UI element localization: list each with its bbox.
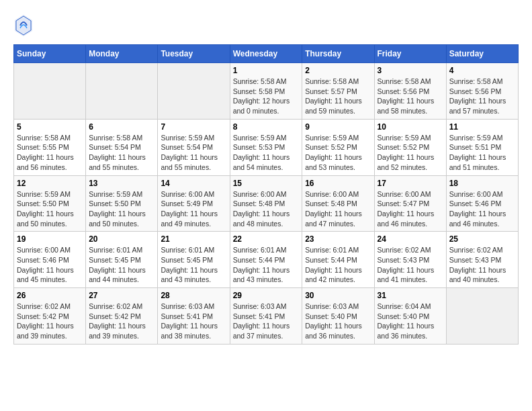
calendar-cell: 19Sunrise: 6:00 AM Sunset: 5:46 PM Dayli… (14, 232, 86, 288)
day-info: Sunrise: 6:01 AM Sunset: 5:44 PM Dayligh… (233, 245, 300, 285)
day-number: 7 (161, 122, 226, 132)
calendar-header-row: SundayMondayTuesdayWednesdayThursdayFrid… (14, 45, 519, 63)
calendar-cell: 24Sunrise: 6:02 AM Sunset: 5:43 PM Dayli… (374, 232, 446, 288)
calendar-cell: 26Sunrise: 6:02 AM Sunset: 5:42 PM Dayli… (14, 288, 86, 345)
calendar-cell: 4Sunrise: 5:58 AM Sunset: 5:56 PM Daylig… (446, 63, 518, 120)
logo (13, 13, 36, 38)
day-info: Sunrise: 5:58 AM Sunset: 5:56 PM Dayligh… (449, 77, 515, 116)
day-info: Sunrise: 5:58 AM Sunset: 5:56 PM Dayligh… (378, 77, 443, 116)
calendar-week-1: 1Sunrise: 5:58 AM Sunset: 5:58 PM Daylig… (14, 63, 519, 120)
day-info: Sunrise: 5:58 AM Sunset: 5:55 PM Dayligh… (17, 133, 83, 173)
day-header-tuesday: Tuesday (158, 45, 230, 63)
day-info: Sunrise: 5:58 AM Sunset: 5:57 PM Dayligh… (305, 77, 371, 116)
page-header (13, 13, 519, 38)
calendar-cell: 11Sunrise: 5:59 AM Sunset: 5:51 PM Dayli… (446, 119, 518, 175)
calendar-cell: 6Sunrise: 5:58 AM Sunset: 5:54 PM Daylig… (86, 119, 158, 175)
day-number: 17 (378, 179, 443, 188)
day-number: 6 (89, 122, 154, 132)
day-info: Sunrise: 5:59 AM Sunset: 5:52 PM Dayligh… (305, 133, 371, 173)
day-info: Sunrise: 5:59 AM Sunset: 5:54 PM Dayligh… (161, 133, 226, 173)
calendar-week-3: 12Sunrise: 5:59 AM Sunset: 5:50 PM Dayli… (14, 175, 519, 232)
day-number: 2 (305, 66, 371, 75)
day-number: 30 (305, 291, 371, 300)
calendar-cell: 22Sunrise: 6:01 AM Sunset: 5:44 PM Dayli… (230, 232, 302, 288)
day-number: 20 (89, 234, 154, 244)
calendar-week-4: 19Sunrise: 6:00 AM Sunset: 5:46 PM Dayli… (14, 232, 519, 288)
calendar-cell: 14Sunrise: 6:00 AM Sunset: 5:49 PM Dayli… (158, 175, 230, 232)
calendar-cell: 16Sunrise: 6:00 AM Sunset: 5:48 PM Dayli… (302, 175, 374, 232)
calendar-cell: 9Sunrise: 5:59 AM Sunset: 5:52 PM Daylig… (302, 119, 374, 175)
calendar-cell: 23Sunrise: 6:01 AM Sunset: 5:44 PM Dayli… (302, 232, 374, 288)
calendar-cell: 10Sunrise: 5:59 AM Sunset: 5:52 PM Dayli… (374, 119, 446, 175)
day-header-saturday: Saturday (446, 45, 518, 63)
calendar-cell: 12Sunrise: 5:59 AM Sunset: 5:50 PM Dayli… (14, 175, 86, 232)
calendar-cell: 15Sunrise: 6:00 AM Sunset: 5:48 PM Dayli… (230, 175, 302, 232)
day-number: 11 (449, 122, 515, 132)
day-info: Sunrise: 5:59 AM Sunset: 5:50 PM Dayligh… (89, 189, 154, 229)
day-info: Sunrise: 6:02 AM Sunset: 5:42 PM Dayligh… (17, 302, 83, 341)
calendar-cell: 18Sunrise: 6:00 AM Sunset: 5:46 PM Dayli… (446, 175, 518, 232)
day-header-sunday: Sunday (14, 45, 86, 63)
day-number: 8 (233, 122, 300, 132)
day-info: Sunrise: 5:59 AM Sunset: 5:53 PM Dayligh… (233, 133, 300, 173)
day-info: Sunrise: 5:59 AM Sunset: 5:51 PM Dayligh… (449, 133, 515, 173)
calendar-cell: 13Sunrise: 5:59 AM Sunset: 5:50 PM Dayli… (86, 175, 158, 232)
logo-icon (13, 13, 34, 38)
calendar-cell: 29Sunrise: 6:03 AM Sunset: 5:41 PM Dayli… (230, 288, 302, 345)
calendar-cell (86, 63, 158, 120)
calendar-cell: 30Sunrise: 6:03 AM Sunset: 5:40 PM Dayli… (302, 288, 374, 345)
day-number: 26 (17, 291, 83, 300)
day-info: Sunrise: 6:00 AM Sunset: 5:49 PM Dayligh… (161, 189, 226, 229)
calendar-cell: 3Sunrise: 5:58 AM Sunset: 5:56 PM Daylig… (374, 63, 446, 120)
day-info: Sunrise: 6:00 AM Sunset: 5:48 PM Dayligh… (233, 189, 300, 229)
day-number: 22 (233, 234, 300, 244)
calendar-cell: 2Sunrise: 5:58 AM Sunset: 5:57 PM Daylig… (302, 63, 374, 120)
day-info: Sunrise: 6:01 AM Sunset: 5:44 PM Dayligh… (305, 245, 371, 285)
day-number: 4 (449, 66, 515, 75)
calendar-cell (158, 63, 230, 120)
day-number: 1 (233, 66, 300, 75)
day-number: 13 (89, 179, 154, 188)
day-number: 27 (89, 291, 154, 300)
calendar-cell: 1Sunrise: 5:58 AM Sunset: 5:58 PM Daylig… (230, 63, 302, 120)
svg-marker-0 (15, 15, 32, 36)
day-info: Sunrise: 5:58 AM Sunset: 5:58 PM Dayligh… (233, 77, 300, 116)
day-info: Sunrise: 5:58 AM Sunset: 5:54 PM Dayligh… (89, 133, 154, 173)
day-info: Sunrise: 6:01 AM Sunset: 5:45 PM Dayligh… (89, 245, 154, 285)
day-header-wednesday: Wednesday (230, 45, 302, 63)
calendar-table: SundayMondayTuesdayWednesdayThursdayFrid… (13, 44, 519, 345)
day-number: 16 (305, 179, 371, 188)
day-info: Sunrise: 6:02 AM Sunset: 5:43 PM Dayligh… (449, 245, 515, 285)
day-info: Sunrise: 6:03 AM Sunset: 5:40 PM Dayligh… (305, 302, 371, 341)
day-number: 28 (161, 291, 226, 300)
day-info: Sunrise: 6:00 AM Sunset: 5:48 PM Dayligh… (305, 189, 371, 229)
calendar-week-5: 26Sunrise: 6:02 AM Sunset: 5:42 PM Dayli… (14, 288, 519, 345)
calendar-cell: 28Sunrise: 6:03 AM Sunset: 5:41 PM Dayli… (158, 288, 230, 345)
day-number: 12 (17, 179, 83, 188)
calendar-cell: 5Sunrise: 5:58 AM Sunset: 5:55 PM Daylig… (14, 119, 86, 175)
calendar-cell: 7Sunrise: 5:59 AM Sunset: 5:54 PM Daylig… (158, 119, 230, 175)
day-info: Sunrise: 5:59 AM Sunset: 5:52 PM Dayligh… (378, 133, 443, 173)
day-number: 5 (17, 122, 83, 132)
calendar-cell (446, 288, 518, 345)
day-number: 19 (17, 234, 83, 244)
calendar-cell: 21Sunrise: 6:01 AM Sunset: 5:45 PM Dayli… (158, 232, 230, 288)
day-header-monday: Monday (86, 45, 158, 63)
calendar-cell: 27Sunrise: 6:02 AM Sunset: 5:42 PM Dayli… (86, 288, 158, 345)
day-info: Sunrise: 6:00 AM Sunset: 5:46 PM Dayligh… (449, 189, 515, 229)
day-info: Sunrise: 6:04 AM Sunset: 5:40 PM Dayligh… (378, 302, 443, 341)
day-number: 10 (378, 122, 443, 132)
day-number: 24 (378, 234, 443, 244)
day-number: 3 (378, 66, 443, 75)
day-number: 14 (161, 179, 226, 188)
day-info: Sunrise: 6:02 AM Sunset: 5:43 PM Dayligh… (378, 245, 443, 285)
day-number: 29 (233, 291, 300, 300)
day-number: 18 (449, 179, 515, 188)
calendar-cell: 8Sunrise: 5:59 AM Sunset: 5:53 PM Daylig… (230, 119, 302, 175)
day-info: Sunrise: 6:00 AM Sunset: 5:46 PM Dayligh… (17, 245, 83, 285)
day-number: 15 (233, 179, 300, 188)
calendar-cell: 31Sunrise: 6:04 AM Sunset: 5:40 PM Dayli… (374, 288, 446, 345)
day-number: 21 (161, 234, 226, 244)
day-header-thursday: Thursday (302, 45, 374, 63)
day-number: 23 (305, 234, 371, 244)
